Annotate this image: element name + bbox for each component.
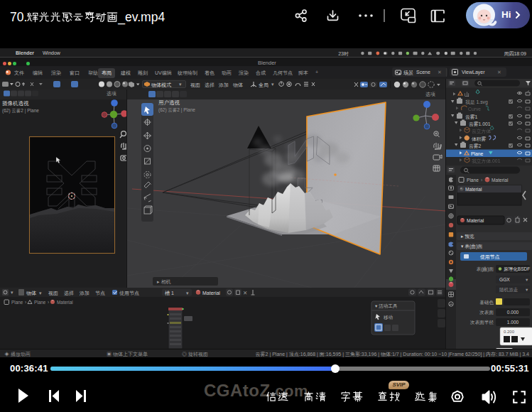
svg-text:次表面: 次表面 — [479, 310, 494, 315]
svg-text:选择: 选择 — [64, 291, 74, 296]
svg-text:Material: Material — [492, 178, 509, 183]
svg-text:槽 1: 槽 1 — [165, 291, 174, 296]
svg-text:Material: Material — [467, 218, 484, 223]
svg-text:Material: Material — [202, 291, 220, 296]
svg-text:›: › — [25, 300, 26, 305]
svg-text:›: › — [481, 178, 482, 183]
svg-text:用户透视: 用户透视 — [158, 99, 180, 106]
svg-text:我立方体.001: 我立方体.001 — [472, 158, 501, 164]
svg-text:Plane: Plane — [471, 151, 484, 156]
svg-text:Material: Material — [57, 300, 73, 305]
svg-text:Plane: Plane — [34, 300, 46, 305]
svg-text:(62) 云雾2 | Plane: (62) 云雾2 | Plane — [158, 107, 195, 113]
svg-text:移动: 移动 — [384, 315, 393, 320]
svg-text:视图: 视图 — [48, 291, 58, 296]
svg-text:0.000: 0.000 — [507, 310, 519, 315]
svg-text:表(曲)面: 表(曲)面 — [477, 266, 494, 272]
svg-text:次表面半径: 次表面半径 — [470, 320, 494, 325]
svg-text:▾: ▾ — [39, 291, 42, 296]
svg-text:▸ 预览: ▸ 预览 — [461, 234, 474, 239]
svg-text:Material: Material — [465, 187, 482, 192]
svg-text:体积雾: 体积雾 — [472, 136, 487, 142]
svg-text:我是 1.svg: 我是 1.svg — [465, 99, 488, 105]
svg-text:▾: ▾ — [11, 290, 13, 295]
svg-text:选项: 选项 — [107, 91, 116, 97]
svg-text:使用节点: 使用节点 — [119, 291, 139, 296]
svg-text:0.200: 0.200 — [504, 330, 515, 334]
svg-text:添加: 添加 — [79, 291, 89, 296]
svg-text:GGX: GGX — [499, 277, 510, 282]
svg-text:云雾1.001: 云雾1.001 — [469, 121, 491, 126]
svg-text:›: › — [48, 300, 49, 305]
svg-text:山: 山 — [465, 92, 469, 97]
svg-text:使用节点: 使用节点 — [480, 254, 499, 260]
svg-text:▾ 表(曲)面: ▾ 表(曲)面 — [461, 244, 482, 249]
svg-text:Plane: Plane — [11, 300, 23, 305]
svg-text:云雾1: 云雾1 — [465, 114, 478, 119]
svg-text:(62) 云雾2 | Plane: (62) 云雾2 | Plane — [2, 108, 39, 114]
svg-text:节点: 节点 — [95, 291, 105, 296]
svg-text:原理化BSDF: 原理化BSDF — [504, 266, 530, 272]
svg-text:随机游走: 随机游走 — [499, 287, 519, 293]
svg-text:摄像机透视: 摄像机透视 — [2, 100, 29, 107]
svg-text:Plane: Plane — [467, 178, 479, 183]
svg-text:▸ 相机: ▸ 相机 — [157, 279, 170, 285]
svg-text:✕: ✕ — [243, 290, 247, 296]
svg-text:1.000: 1.000 — [507, 320, 519, 325]
svg-text:选项: 选项 — [425, 92, 435, 97]
svg-text:云雾2: 云雾2 — [469, 143, 482, 148]
svg-text:▾: ▾ — [186, 291, 189, 296]
svg-text:▾ 活动工具: ▾ 活动工具 — [375, 303, 398, 309]
svg-text:Curve: Curve — [468, 107, 481, 112]
svg-text:物体: 物体 — [26, 291, 36, 296]
svg-text:基础色: 基础色 — [479, 300, 494, 305]
svg-text:云立方体: 云立方体 — [472, 129, 491, 134]
